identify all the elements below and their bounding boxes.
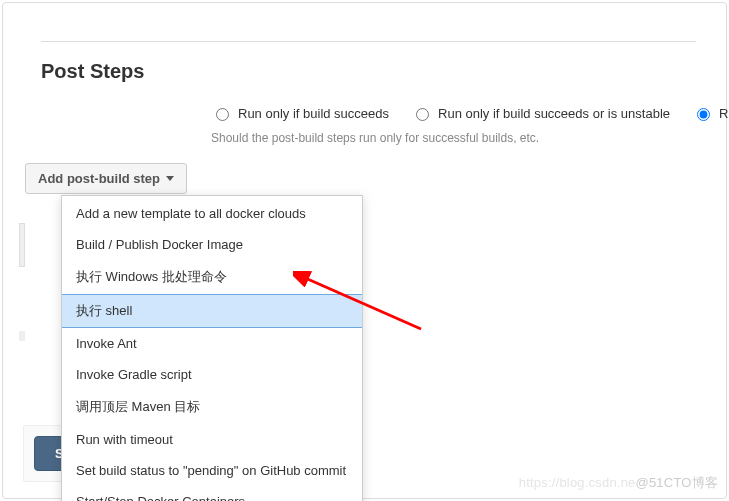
radio-regardless-input[interactable] <box>697 108 710 121</box>
menu-item-invoke-gradle[interactable]: Invoke Gradle script <box>62 359 362 390</box>
radio-option-succeeds[interactable]: Run only if build succeeds <box>211 105 389 121</box>
drag-handle[interactable] <box>19 223 25 267</box>
radio-option-succeeds-or-unstable[interactable]: Run only if build succeeds or is unstabl… <box>411 105 670 121</box>
helper-text: Should the post-build steps run only for… <box>41 131 696 145</box>
watermark: https://blog.csdn.ne@51CTO博客 <box>519 474 718 492</box>
menu-item-start-stop-docker[interactable]: Start/Stop Docker Containers <box>62 486 362 501</box>
menu-item-build-publish-docker[interactable]: Build / Publish Docker Image <box>62 229 362 260</box>
caret-down-icon <box>166 176 174 181</box>
menu-item-windows-batch[interactable]: 执行 Windows 批处理命令 <box>62 260 362 294</box>
radio-succeeds-label: Run only if build succeeds <box>238 106 389 121</box>
drag-handle[interactable] <box>19 331 25 341</box>
post-steps-condition-radios: Run only if build succeeds Run only if b… <box>41 105 696 121</box>
menu-item-execute-shell[interactable]: 执行 shell <box>62 294 362 328</box>
menu-item-maven-target[interactable]: 调用顶层 Maven 目标 <box>62 390 362 424</box>
menu-item-invoke-ant[interactable]: Invoke Ant <box>62 328 362 359</box>
radio-unstable-input[interactable] <box>416 108 429 121</box>
radio-option-run-regardless[interactable]: Run re <box>692 105 729 121</box>
radio-unstable-label: Run only if build succeeds or is unstabl… <box>438 106 670 121</box>
menu-item-github-pending-status[interactable]: Set build status to "pending" on GitHub … <box>62 455 362 486</box>
radio-regardless-label: Run re <box>719 106 729 121</box>
section-divider <box>41 41 696 42</box>
section-title: Post Steps <box>41 60 696 83</box>
radio-succeeds-input[interactable] <box>216 108 229 121</box>
add-post-build-step-menu: Add a new template to all docker clouds … <box>61 195 363 501</box>
menu-item-add-template-docker[interactable]: Add a new template to all docker clouds <box>62 196 362 229</box>
dropdown-button-label: Add post-build step <box>38 171 160 186</box>
menu-item-run-with-timeout[interactable]: Run with timeout <box>62 424 362 455</box>
add-post-build-step-button[interactable]: Add post-build step <box>25 163 187 194</box>
